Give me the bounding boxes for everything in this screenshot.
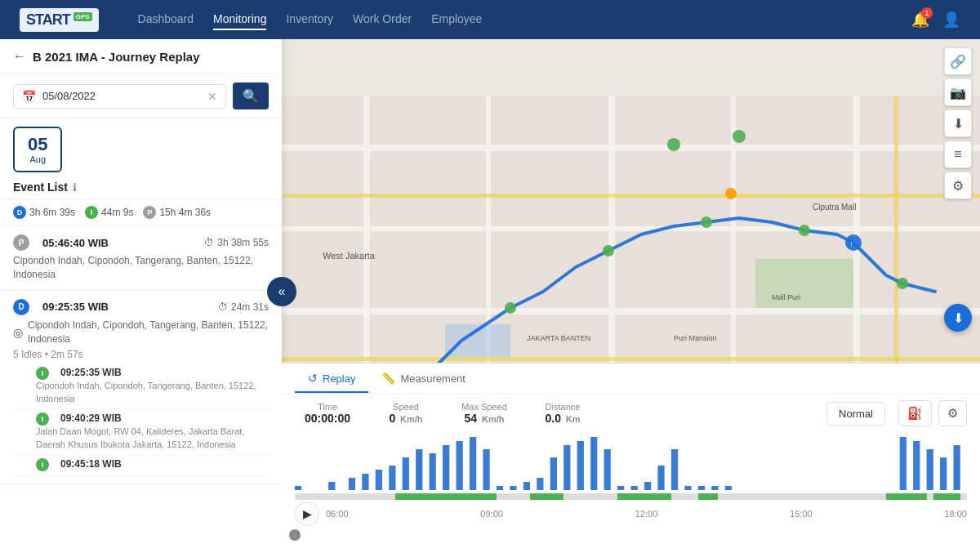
sub-event-1: I 09:40:29 WIB Jalan Daan Mogot, RW 04, … xyxy=(13,409,269,455)
event-list-title: Event List xyxy=(13,181,68,194)
nav-inventory[interactable]: Inventory xyxy=(286,9,333,30)
stat-park: P 15h 4m 36s xyxy=(143,206,211,219)
extra-icon-btn-1[interactable]: ⛽ xyxy=(898,400,932,426)
scroll-bottom-button[interactable]: ⬇ xyxy=(944,304,972,332)
stat-drive: D 3h 6m 39s xyxy=(13,206,75,219)
svg-rect-51 xyxy=(577,441,584,490)
collapse-sidebar-button[interactable]: « xyxy=(267,277,296,306)
svg-rect-46 xyxy=(510,486,516,490)
svg-rect-13 xyxy=(755,259,853,308)
replay-tab-icon: ↺ xyxy=(308,372,318,385)
date-input[interactable] xyxy=(42,90,201,102)
svg-rect-59 xyxy=(684,486,691,490)
map-settings-button[interactable]: ⚙ xyxy=(944,172,972,199)
drive-stat: 3h 6m 39s xyxy=(29,207,75,218)
svg-point-26 xyxy=(897,278,908,289)
park-event-time: 05:46:40 WIB xyxy=(42,237,109,249)
nav-monitoring[interactable]: Monitoring xyxy=(213,9,266,30)
date-badge-day: 05 xyxy=(28,135,47,154)
time-stat: Time 00:00:00 xyxy=(295,402,360,425)
max-speed-unit: Km/h xyxy=(482,414,505,424)
svg-rect-42 xyxy=(457,441,463,490)
svg-rect-35 xyxy=(362,474,368,490)
speed-label: Speed xyxy=(393,402,419,412)
sub-event-0: I 09:25:35 WIB Cipondoh Indah, Cipondoh,… xyxy=(13,363,269,409)
map-link-button[interactable]: 🔗 xyxy=(944,47,972,75)
max-speed-label: Max Speed xyxy=(461,402,507,412)
sidebar-title: B 2021 IMA - Journey Replay xyxy=(33,50,200,64)
time-value: 00:00:00 xyxy=(305,412,350,425)
event-item-drive[interactable]: D 09:25:35 WIB ⏱ 24m 31s ◎ Cipondoh Inda… xyxy=(0,291,282,484)
timeline-segment-2 xyxy=(530,493,564,500)
speed-stat: Speed 0 Km/h xyxy=(373,402,439,425)
svg-point-23 xyxy=(603,245,614,256)
svg-rect-37 xyxy=(389,466,395,490)
drive-duration-value: 24m 31s xyxy=(231,301,269,313)
search-button[interactable]: 🔍 xyxy=(233,82,269,109)
notification-button[interactable]: 🔔 1 xyxy=(911,11,929,29)
header-nav: Dashboard Monitoring Inventory Work Orde… xyxy=(138,9,885,30)
measurement-tab-icon: 📏 xyxy=(381,372,395,385)
clear-date-button[interactable]: ✕ xyxy=(207,90,217,103)
nav-dashboard[interactable]: Dashboard xyxy=(138,9,194,30)
idle-badge-label: 5 Idles • 2m 57s xyxy=(13,349,269,360)
speed-value: 0 Km/h xyxy=(389,412,422,425)
info-icon[interactable]: ℹ xyxy=(73,181,77,194)
idle-badge-1: I xyxy=(36,412,49,426)
svg-rect-44 xyxy=(483,449,489,490)
distance-unit: Km xyxy=(566,414,581,424)
svg-rect-38 xyxy=(403,457,409,490)
svg-text:Ciputra Mall: Ciputra Mall xyxy=(813,203,856,212)
progress-row xyxy=(295,529,967,541)
svg-rect-47 xyxy=(523,482,530,490)
date-badge-month: Aug xyxy=(28,154,47,164)
nav-workorder[interactable]: Work Order xyxy=(353,9,412,30)
drive-time-label: D 09:25:35 WIB xyxy=(13,299,109,315)
svg-rect-66 xyxy=(940,457,947,490)
map-camera-button[interactable]: 📷 xyxy=(944,78,972,106)
svg-text:JAKARTA BANTEN: JAKARTA BANTEN xyxy=(527,334,590,342)
date-input-wrap[interactable]: 📅 ✕ xyxy=(13,84,226,109)
map-layers-button[interactable]: ≡ xyxy=(944,140,972,168)
svg-rect-32 xyxy=(295,486,301,490)
svg-rect-64 xyxy=(913,441,920,490)
sub-event-2-time: 09:45:18 WIB xyxy=(60,458,122,470)
max-speed-value: 54 Km/h xyxy=(465,412,505,425)
svg-rect-3 xyxy=(282,308,980,314)
tab-replay[interactable]: ↺ Replay xyxy=(295,363,368,393)
timeline-strip[interactable] xyxy=(295,493,967,500)
tab-measurement[interactable]: 📏 Measurement xyxy=(368,363,478,393)
sub-event-2-row: I 09:45:18 WIB xyxy=(36,458,269,471)
svg-rect-62 xyxy=(725,486,732,490)
back-button[interactable]: ← xyxy=(13,49,26,64)
speed-normal-button[interactable]: Normal xyxy=(826,402,885,426)
svg-rect-52 xyxy=(590,437,597,490)
play-button[interactable]: ▶ xyxy=(295,502,319,526)
park-address: Cipondoh Indah, Cipondoh, Tangerang, Ban… xyxy=(13,254,269,282)
main-layout: ← B 2021 IMA - Journey Replay 📅 ✕ 🔍 05 A… xyxy=(0,39,980,544)
svg-rect-2 xyxy=(282,226,980,231)
idle-badge-0: I xyxy=(36,367,49,380)
sub-event-0-time: 09:25:35 WIB xyxy=(60,367,122,378)
svg-point-29 xyxy=(725,188,737,199)
extra-icon-btn-2[interactable]: ⚙ xyxy=(938,400,967,426)
map-download-button[interactable]: ⬇ xyxy=(944,109,972,137)
replay-tab-label: Replay xyxy=(323,372,355,385)
time-label-4: 18:00 xyxy=(944,509,967,519)
nav-employee[interactable]: Employee xyxy=(431,9,482,30)
svg-text:Mall Puri: Mall Puri xyxy=(772,293,800,301)
timeline-segment-6 xyxy=(933,493,960,500)
event-item-park[interactable]: P 05:46:40 WIB ⏱ 3h 38m 55s Cipondoh Ind… xyxy=(0,226,282,291)
svg-point-24 xyxy=(701,216,712,228)
logo-start: START xyxy=(26,11,70,29)
sub-event-0-row: I 09:25:35 WIB xyxy=(36,367,269,380)
park-badge: P xyxy=(13,234,29,251)
svg-rect-60 xyxy=(698,486,705,490)
sub-event-1-addr: Jalan Daan Mogot, RW 04, Kalideres, Jaka… xyxy=(36,426,269,451)
svg-rect-39 xyxy=(416,449,422,490)
svg-rect-57 xyxy=(657,466,664,490)
progress-thumb[interactable] xyxy=(289,529,301,541)
date-picker-row: 📅 ✕ 🔍 xyxy=(0,74,282,118)
distance-stat: Distance 0.0 Km xyxy=(530,402,595,425)
profile-button[interactable]: 👤 xyxy=(942,11,960,29)
